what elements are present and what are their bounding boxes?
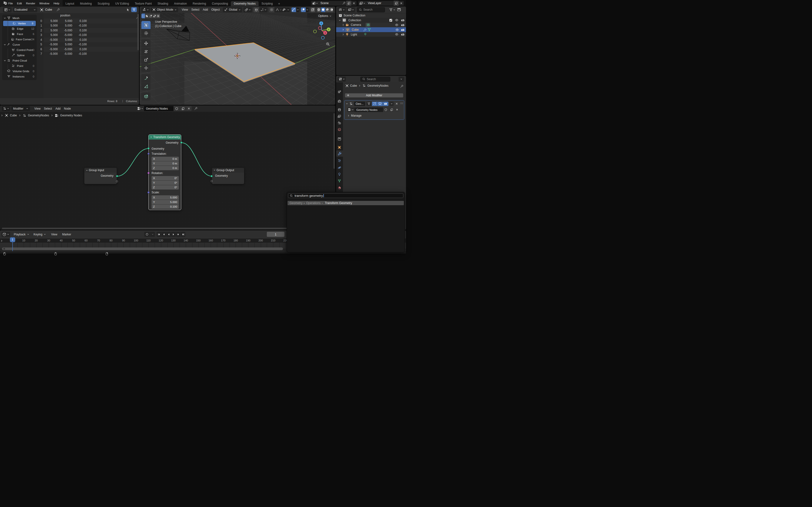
svg-text:Z: Z [320,22,322,24]
svg-text:Y: Y [328,28,329,31]
svg-text:X: X [324,32,326,34]
